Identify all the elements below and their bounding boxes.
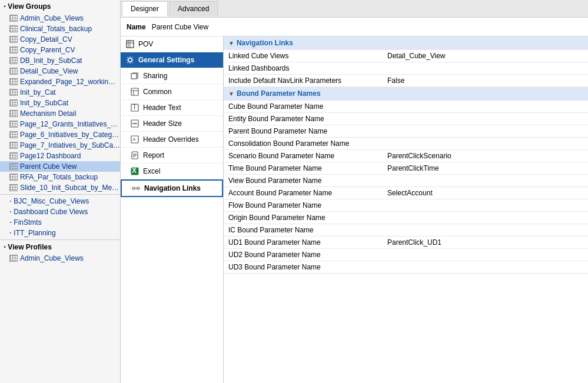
property-row[interactable]: Include Default NavLink ParametersFalse [224,75,588,87]
group-item[interactable]: ⋅ Dashboard Cube Views [0,207,120,217]
prop-name: Linked Cube Views [224,50,383,62]
prop-value[interactable] [383,138,588,150]
group-label: ⋅ BJC_Misc_Cube_Views [9,197,89,205]
grid-icon [9,184,18,191]
prop-value[interactable]: Detail_Cube_View [383,50,588,62]
header-overrides-icon [130,135,139,144]
prop-value[interactable]: SelectAccount [383,187,588,199]
submenu-item-excel[interactable]: XExcel [121,164,223,179]
tree-item[interactable]: RFA_Par_Totals_backup [0,172,120,182]
tree-item[interactable]: Page_12_Grants_Initiatives_… [0,119,120,129]
submenu-item-sharing[interactable]: Sharing [121,68,223,84]
submenu-label: Common [143,88,172,96]
tree-item[interactable]: Expanded_Page_12_workin… [0,76,120,87]
property-row[interactable]: IC Bound Parameter Name [224,224,588,237]
prop-name: Include Default NavLink Parameters [224,75,383,87]
property-row[interactable]: Consolidation Bound Parameter Name [224,138,588,150]
prop-value[interactable] [383,224,588,237]
tree-item[interactable]: Parent Cube View [0,161,120,172]
submenu-item-header-overrides[interactable]: Header Overrides [121,132,223,148]
tree-item[interactable]: Admin_Cube_Views [0,13,120,24]
tree-item[interactable]: Copy_Parent_CV [0,45,120,55]
group-item[interactable]: ⋅ FinStmts [0,217,120,228]
tree-item-label: Admin_Cube_Views [20,14,84,22]
submenu-item-common[interactable]: Common [121,84,223,100]
prop-value[interactable]: False [383,75,588,87]
prop-value[interactable] [383,199,588,212]
group-label: ⋅ ITT_Planning [9,229,56,237]
view-groups-title: ⋅ View Groups [0,0,120,13]
submenu-label: Sharing [143,72,167,80]
submenu-label: Header Size [143,119,182,128]
content-area: POV General Settings SharingCommonTHeade… [121,36,588,383]
property-row[interactable]: UD1 Bound Parameter NameParentClick_UD1 [224,237,588,249]
nav-links-icon [131,184,141,193]
property-row[interactable]: Entity Bound Parameter Name [224,113,588,125]
svg-text:X: X [132,167,137,175]
prop-value[interactable] [383,101,588,113]
tree-item[interactable]: Copy_Detail_CV [0,34,120,45]
property-row[interactable]: UD2 Bound Parameter Name [224,249,588,261]
group-item[interactable]: ⋅ ITT_Planning [0,228,120,238]
tree-item-label: Page_12_Grants_Initiatives_… [20,120,118,128]
grid-icon [9,57,18,64]
tree-item[interactable]: Page_6_Initiatives_by_Categ… [0,129,120,140]
tree-item[interactable]: Slide_10_Init_Subcat_by_Me… [0,182,120,193]
tree-item[interactable]: Init_by_Cat [0,87,120,98]
svg-rect-6 [131,88,138,95]
grid-icon [9,68,18,75]
tree-item-label: Slide_10_Init_Subcat_by_Me… [20,184,119,192]
prop-value[interactable] [383,212,588,224]
prop-value[interactable]: ParentClickScenario [383,150,588,162]
submenu: SharingCommonTHeader TextHeader SizeHead… [121,68,223,197]
nav-general-settings[interactable]: General Settings [121,52,223,68]
prop-name: Linked Dashboards [224,62,383,75]
right-panel: Designer Advanced Name Parent Cube View … [121,0,588,383]
grid-icon [9,46,18,54]
tab-designer[interactable]: Designer [122,1,168,16]
grid-icon [9,174,18,181]
property-row[interactable]: Cube Bound Parameter Name [224,101,588,113]
tree-item[interactable]: Page12 Dashboard [0,151,120,161]
tree-item-label: Init_by_SubCat [20,99,68,107]
prop-value[interactable] [383,62,588,75]
nav-pov[interactable]: POV [121,36,223,52]
view-profiles-list: Admin_Cube_Views [0,253,120,264]
general-settings-label: General Settings [138,56,194,64]
submenu-item-header-size[interactable]: Header Size [121,116,223,132]
prop-value[interactable] [383,113,588,125]
property-row[interactable]: Flow Bound Parameter Name [224,199,588,212]
prop-name: Entity Bound Parameter Name [224,113,383,125]
grid-icon [9,89,18,96]
tab-advanced[interactable]: Advanced [169,1,218,16]
submenu-item-nav-links[interactable]: Navigation Links [121,179,223,197]
tree-item[interactable]: Mechanism Detail [0,108,120,119]
prop-value[interactable] [383,249,588,261]
prop-value[interactable]: ParentClick_UD1 [383,237,588,249]
property-row[interactable]: Scenario Bound Parameter NameParentClick… [224,150,588,162]
submenu-item-report[interactable]: Report [121,148,223,164]
property-row[interactable]: Account Bound Parameter NameSelectAccoun… [224,187,588,199]
property-row[interactable]: Origin Bound Parameter Name [224,212,588,224]
tree-item-label: Page_6_Initiatives_by_Categ… [20,131,119,139]
grid-icon [9,110,18,117]
prop-value[interactable]: ParentClickTime [383,162,588,175]
prop-value[interactable] [383,125,588,138]
tree-item[interactable]: Page_7_Intiatives_by_SubCa… [0,140,120,151]
tree-item[interactable]: Init_by_SubCat [0,98,120,108]
property-row[interactable]: Parent Bound Parameter Name [224,125,588,138]
group-item[interactable]: ⋅ BJC_Misc_Cube_Views [0,196,120,207]
prop-value[interactable] [383,261,588,274]
property-row[interactable]: Linked Dashboards [224,62,588,75]
property-row[interactable]: View Bound Parameter Name [224,175,588,187]
property-row[interactable]: Time Bound Parameter NameParentClickTime [224,162,588,175]
prop-name: Time Bound Parameter Name [224,162,383,175]
tree-item[interactable]: Detail_Cube_View [0,66,120,76]
property-row[interactable]: UD3 Bound Parameter Name [224,261,588,274]
property-row[interactable]: Linked Cube ViewsDetail_Cube_View [224,50,588,62]
tree-item[interactable]: Clinical_Totals_backup [0,24,120,34]
tree-item[interactable]: DB_Init_by_SubCat [0,55,120,66]
prop-value[interactable] [383,175,588,187]
view-profile-item[interactable]: Admin_Cube_Views [0,253,120,264]
submenu-item-header-text[interactable]: THeader Text [121,100,223,116]
